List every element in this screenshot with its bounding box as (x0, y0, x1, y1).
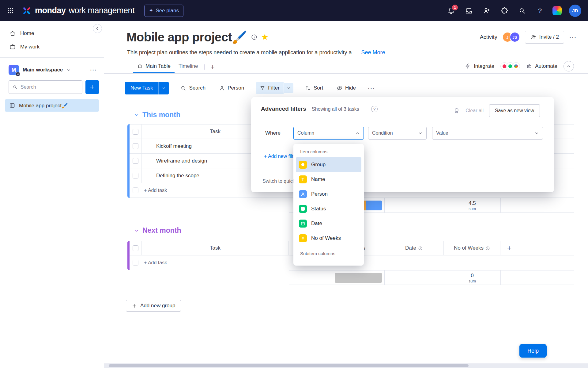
help-button-topbar[interactable]: ? (535, 6, 545, 16)
sum-label: sum (469, 207, 476, 211)
info-icon (418, 246, 423, 251)
status-distribution-bar[interactable] (335, 273, 382, 283)
filter-button[interactable]: Filter (256, 82, 293, 94)
condition-select[interactable]: Condition (368, 127, 427, 140)
search-icon (13, 84, 17, 90)
monday-logo[interactable]: monday work management (21, 6, 134, 16)
integration-app-icons[interactable] (500, 62, 520, 70)
inbox-button[interactable] (464, 6, 474, 16)
menu-item-name[interactable]: T Name (296, 172, 361, 187)
filter-dropdown[interactable] (284, 83, 293, 93)
sidebar-add-button[interactable] (85, 80, 99, 94)
menu-item-group[interactable]: Group (296, 157, 361, 172)
brand-product: work management (69, 6, 135, 15)
add-view-button[interactable]: + (207, 61, 218, 73)
column-select[interactable]: Column (293, 127, 364, 140)
sidebar-item-my-work[interactable]: My work (0, 40, 104, 54)
search-button[interactable]: Search (179, 82, 207, 94)
workspace-switcher[interactable]: M Main workspace ⋯ (0, 62, 104, 78)
board-options-button[interactable]: ⋯ (569, 33, 576, 41)
sidebar-collapse-button[interactable] (93, 24, 102, 33)
select-all-checkbox[interactable] (133, 245, 138, 251)
sidebar-search-input[interactable] (9, 80, 82, 94)
status-column-icon (299, 205, 307, 213)
value-select[interactable]: Value (432, 127, 543, 140)
favorite-star-icon[interactable]: ★ (261, 33, 269, 41)
select-all-checkbox[interactable] (133, 129, 138, 135)
see-more-link[interactable]: See More (361, 49, 385, 56)
invite-button[interactable]: Invite / 2 (525, 31, 564, 44)
sidebar-item-board[interactable]: Mobile app project🖌️ (5, 99, 99, 112)
apps-marketplace-button[interactable] (499, 6, 510, 16)
horizontal-scrollbar[interactable] (104, 363, 588, 368)
row-checkbox[interactable] (133, 143, 138, 149)
tab-main-table[interactable]: Main Table (133, 60, 175, 73)
menu-item-status[interactable]: Status (296, 201, 361, 216)
column-header-task[interactable]: Task (210, 128, 221, 135)
plus-icon (89, 84, 95, 90)
see-plans-button[interactable]: ✦ See plans (144, 5, 183, 17)
save-as-new-view-button[interactable]: Save as new view (489, 104, 540, 117)
apps-grid-icon[interactable] (6, 6, 16, 16)
hide-button[interactable]: Hide (335, 82, 358, 94)
global-search-button[interactable] (517, 6, 527, 16)
notifications-button[interactable]: 1 (446, 6, 456, 16)
invite-members-button[interactable] (481, 6, 492, 16)
add-new-filter-link[interactable]: + Add new filter (264, 154, 298, 159)
activity-link[interactable]: Activity (480, 34, 497, 40)
help-circle-icon[interactable]: ? (371, 106, 378, 112)
collaborator-avatars[interactable]: J JS (502, 32, 520, 42)
info-icon[interactable] (251, 34, 258, 40)
product-switcher-icon[interactable] (552, 6, 562, 15)
robot-icon (526, 63, 532, 69)
clear-all-button[interactable]: Clear all (466, 108, 484, 113)
search-icon (180, 85, 186, 91)
board-icon (9, 102, 15, 109)
menu-item-person[interactable]: Person (296, 187, 361, 201)
sidebar-item-home[interactable]: Home (0, 27, 104, 40)
date-column-icon (299, 220, 307, 228)
automate-button[interactable]: Automate (526, 63, 557, 69)
sort-button[interactable]: Sort (303, 82, 325, 94)
sparkle-icon: ✦ (149, 7, 153, 14)
sidebar: Home My work M Main workspace ⋯ (0, 21, 104, 368)
notification-badge: 1 (452, 5, 458, 10)
column-header-task[interactable]: Task (210, 245, 221, 251)
person-icon (219, 85, 225, 91)
menu-item-weeks[interactable]: # No of Weeks (296, 231, 361, 246)
chevron-down-icon (418, 131, 423, 136)
menu-section-label: Subitem columns (293, 249, 364, 259)
row-checkbox[interactable] (133, 158, 138, 164)
status-bar-segment (366, 201, 382, 210)
add-column-button[interactable]: + (500, 241, 574, 255)
monday-logo-icon (21, 6, 32, 16)
collapse-header-button[interactable] (564, 61, 574, 71)
new-task-dropdown[interactable] (158, 82, 169, 94)
status-summary-cell (332, 270, 384, 285)
workspace-name: Main workspace (23, 67, 63, 73)
new-task-button[interactable]: New Task (125, 82, 169, 94)
user-avatar[interactable]: JD (569, 5, 581, 17)
filters-panel-subtitle: Showing all of 3 tasks (312, 106, 359, 112)
group-header-next-month[interactable]: Next month (134, 226, 181, 235)
weeks-summary-cell: 4.5 sum (444, 198, 500, 213)
toolbar-more-button[interactable]: ⋯ (368, 84, 375, 92)
group-title: This month (142, 111, 180, 119)
column-header-weeks[interactable]: No of Weeks (454, 245, 484, 251)
board-description: This project plan outlines the steps nee… (127, 49, 356, 56)
text-column-icon: T (299, 175, 307, 183)
group-header-this-month[interactable]: This month (134, 111, 180, 119)
scrollbar-thumb[interactable] (109, 364, 469, 367)
help-floating-button[interactable]: Help (519, 344, 547, 358)
app-screen: monday work management ✦ See plans 1 (0, 0, 588, 368)
workspace-options-button[interactable]: ⋯ (90, 67, 96, 73)
row-checkbox[interactable] (133, 173, 138, 178)
person-filter-button[interactable]: Person (217, 82, 246, 94)
integrate-button[interactable]: Integrate (465, 63, 494, 69)
menu-item-date[interactable]: Date (296, 216, 361, 231)
column-header-date[interactable]: Date (405, 245, 416, 251)
sidebar-search-field[interactable] (21, 84, 78, 90)
sum-label: sum (469, 279, 476, 283)
tab-timeline[interactable]: Timeline (175, 60, 202, 73)
add-new-group-button[interactable]: Add new group (126, 300, 181, 312)
